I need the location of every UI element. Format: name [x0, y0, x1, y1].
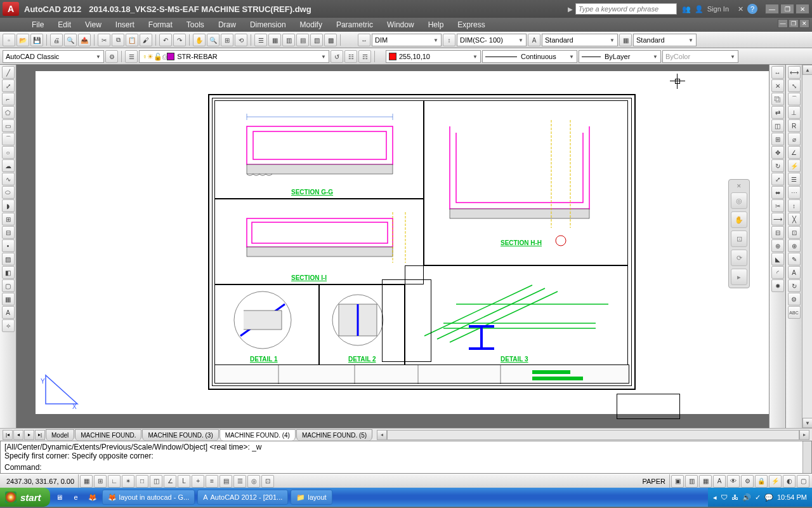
textstyle-combo[interactable]: Standard▼	[542, 34, 618, 46]
tab-prev[interactable]: ◂	[13, 430, 23, 440]
layer-prev-button[interactable]: ↺	[331, 50, 343, 63]
clean-screen[interactable]: ▢	[797, 475, 809, 488]
pline-tool[interactable]: ⌐	[2, 93, 15, 105]
preview-button[interactable]: 🔍	[64, 34, 77, 46]
addselected-tool[interactable]: ✧	[2, 319, 15, 332]
quicklaunch-firefox[interactable]: 🦊	[86, 490, 100, 505]
make-block-tool[interactable]: ⊟	[2, 226, 15, 239]
horizontal-scrollbar[interactable]: ◂ ▸	[377, 430, 809, 440]
arc-tool[interactable]: ⌒	[2, 133, 15, 145]
chamfer-tool[interactable]: ◣	[771, 253, 784, 265]
doc-minimize[interactable]: —	[778, 19, 788, 28]
zoom-prev-button[interactable]: ⟲	[235, 34, 247, 46]
cut-button[interactable]: ✂	[98, 34, 110, 46]
cmd-prompt[interactable]: Command:	[4, 463, 808, 472]
dim-baseline[interactable]: ☰	[788, 173, 801, 185]
open-button[interactable]: 📂	[16, 34, 29, 46]
tray-volume-icon[interactable]: 🔊	[742, 493, 751, 502]
zoom-extents-nav[interactable]: ⊡	[731, 231, 747, 247]
revcloud-tool[interactable]: ☁	[2, 159, 15, 172]
lwt-toggle[interactable]: ≡	[206, 475, 218, 488]
layer-state-button[interactable]: ☷	[344, 50, 357, 63]
navbar-close[interactable]: ✕	[731, 182, 747, 190]
doc-close[interactable]: ✕	[799, 19, 809, 28]
toolpal-button[interactable]: ▥	[282, 34, 295, 46]
menu-file[interactable]: File	[25, 19, 50, 30]
region-tool[interactable]: ▢	[2, 279, 15, 292]
scale-tool[interactable]: ⤢	[771, 173, 784, 185]
scroll-down[interactable]: ▼	[802, 418, 812, 428]
tray-network-icon[interactable]: 🖧	[731, 493, 738, 501]
dim-style[interactable]: ⚙	[788, 293, 801, 305]
minimize-button[interactable]: —	[765, 4, 779, 14]
dim-space[interactable]: ↕	[788, 199, 801, 212]
menu-insert[interactable]: Insert	[109, 19, 141, 30]
hatch-tool[interactable]: ▨	[2, 253, 15, 265]
menu-tools[interactable]: Tools	[180, 19, 211, 30]
scroll-up[interactable]: ▲	[802, 65, 812, 75]
trim-tool[interactable]: ✂	[771, 199, 784, 212]
mtext-tool[interactable]: A	[2, 306, 15, 319]
signin-link[interactable]: Sign In	[707, 5, 729, 13]
3dosnap-toggle[interactable]: ◫	[150, 475, 162, 488]
point-tool[interactable]: •	[2, 239, 15, 252]
lineweight-combo[interactable]: ByLayer▼	[579, 50, 661, 63]
menu-modify[interactable]: Modify	[294, 19, 329, 30]
menu-help[interactable]: Help	[422, 19, 450, 30]
dim-tedit[interactable]: A	[788, 266, 801, 279]
menu-draw[interactable]: Draw	[212, 19, 242, 30]
signin-icon[interactable]: 👤	[695, 5, 704, 13]
save-button[interactable]: 💾	[30, 34, 43, 46]
clock[interactable]: 10:54 PM	[777, 493, 807, 501]
help-search-input[interactable]	[575, 3, 677, 15]
osnap-toggle[interactable]: □	[136, 475, 148, 488]
menu-express[interactable]: Express	[451, 19, 491, 30]
redo-button[interactable]: ↷	[173, 34, 186, 46]
close-button[interactable]: ✕	[796, 4, 809, 14]
insert-block-tool[interactable]: ⊞	[2, 213, 15, 225]
dim-edit[interactable]: ✎	[788, 253, 801, 265]
dim-linear[interactable]: ⟷	[788, 66, 801, 79]
quickview-drawings[interactable]: ▦	[699, 475, 712, 488]
menu-dimension[interactable]: Dimension	[244, 19, 292, 30]
vertical-scrollbar[interactable]: ▲ ▼	[802, 65, 812, 428]
mirror-tool[interactable]: ⇄	[771, 106, 784, 119]
workspace-settings[interactable]: ⚙	[105, 50, 118, 63]
distance-tool[interactable]: ↔	[771, 66, 784, 79]
menu-parametric[interactable]: Parametric	[330, 19, 379, 30]
tab-layout-4[interactable]: MACHINE FOUND. (5)	[296, 429, 372, 441]
command-line[interactable]: [All/Center/Dynamic/Extents/Previous/Sca…	[0, 441, 812, 474]
tab-next[interactable]: ▸	[24, 430, 34, 440]
task-firefox[interactable]: 🦊 layout in autocad - G...	[102, 490, 195, 505]
grid-toggle[interactable]: ⊞	[94, 475, 107, 488]
dim-radius[interactable]: R	[788, 119, 801, 132]
tray-msg-icon[interactable]: 💬	[764, 493, 773, 502]
annovis-button[interactable]: 👁	[727, 475, 740, 488]
break-tool[interactable]: ⊟	[771, 226, 784, 239]
erase-tool[interactable]: ✕	[771, 79, 784, 92]
matchprop-button[interactable]: 🖌	[140, 34, 152, 46]
zoom-rt-button[interactable]: 🔍	[207, 34, 219, 46]
orbit-nav-button[interactable]: ⟳	[731, 250, 747, 266]
print-button[interactable]: 🖨	[50, 34, 63, 46]
snap-toggle[interactable]: ▦	[80, 475, 93, 488]
join-tool[interactable]: ⊕	[771, 239, 784, 252]
steering-wheel-button[interactable]: ◎	[731, 192, 747, 209]
dim-ordinate[interactable]: ⊥	[788, 106, 801, 119]
tab-last[interactable]: ▸|	[35, 430, 45, 440]
maximize-button[interactable]: ❐	[780, 4, 794, 14]
calc-button[interactable]: ▩	[324, 34, 337, 46]
quicklaunch-desktop[interactable]: 🖥	[53, 490, 67, 505]
tab-layout-1[interactable]: MACHINE FOUND.	[75, 429, 141, 441]
app-logo[interactable]: A	[3, 2, 19, 16]
spline-tool[interactable]: ∿	[2, 173, 15, 185]
layer-props-button[interactable]: ☰	[125, 50, 138, 63]
move-tool[interactable]: ✥	[771, 146, 784, 159]
pan-button[interactable]: ✋	[193, 34, 206, 46]
dim-update-button[interactable]: ↕	[443, 34, 455, 46]
tpy-toggle[interactable]: ▤	[219, 475, 232, 488]
new-button[interactable]: ▫	[3, 34, 15, 46]
ellipse-arc-tool[interactable]: ◗	[2, 199, 15, 212]
layer-iso-button[interactable]: ☶	[358, 50, 371, 63]
zoom-win-button[interactable]: ⊞	[221, 34, 233, 46]
